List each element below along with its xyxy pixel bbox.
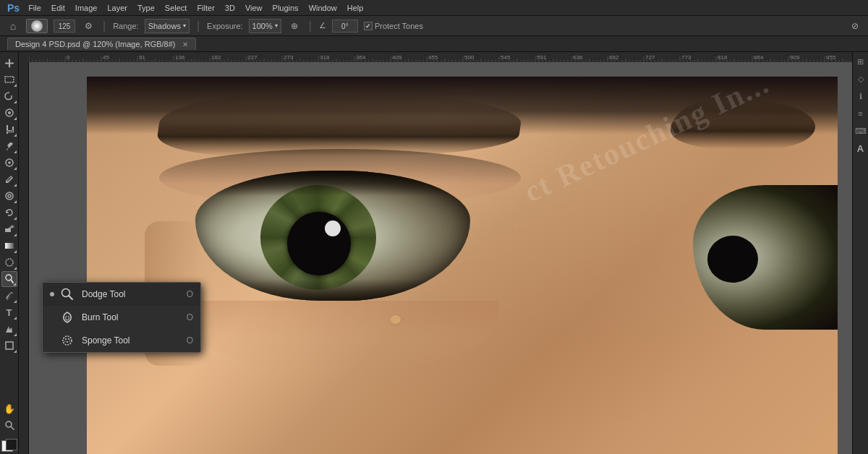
- svg-text:500: 500: [464, 54, 475, 61]
- right-panel-btn-5[interactable]: A: [854, 142, 867, 155]
- burn-tool-icon: [59, 309, 76, 326]
- svg-text:318: 318: [320, 54, 330, 61]
- tool-path-select[interactable]: [1, 321, 17, 337]
- brush-dot: [31, 20, 43, 32]
- svg-text:455: 455: [428, 54, 438, 61]
- menu-edit[interactable]: Edit: [47, 2, 69, 14]
- lower-lashes: [195, 279, 470, 301]
- tool-dodge[interactable]: [1, 271, 17, 287]
- range-dropdown[interactable]: Shadows ▾: [145, 19, 190, 33]
- svg-text:955: 955: [826, 54, 836, 61]
- right-panel-btn-3[interactable]: ≡: [854, 107, 867, 120]
- menu-help[interactable]: Help: [343, 2, 368, 14]
- right-pupil: [707, 236, 758, 283]
- tool-blur[interactable]: [1, 254, 17, 270]
- brush-settings-icon[interactable]: ⚙: [81, 19, 95, 33]
- document-tab-bar: Design 4 PSD.psd @ 120% (Image, RGB/8#) …: [0, 36, 868, 52]
- menu-layer[interactable]: Layer: [103, 2, 132, 14]
- right-panel-btn-2[interactable]: ℹ: [854, 90, 867, 103]
- context-menu-item-sponge[interactable]: Sponge Tool O: [43, 329, 200, 352]
- tool-gradient[interactable]: [1, 238, 17, 254]
- exposure-label: Exposure:: [207, 22, 243, 30]
- tool-crop[interactable]: [1, 121, 17, 137]
- svg-point-266: [63, 336, 72, 345]
- right-panel-btn-0[interactable]: ⊞: [854, 55, 867, 68]
- svg-text:273: 273: [284, 54, 294, 61]
- sponge-tool-label: Sponge Tool: [82, 335, 187, 346]
- foreground-color[interactable]: [6, 439, 17, 450]
- brush-preview[interactable]: [26, 19, 48, 33]
- catchlight: [325, 220, 341, 236]
- smudge-icon[interactable]: ⊘: [848, 19, 862, 33]
- svg-line-265: [69, 296, 72, 299]
- brush-size-input[interactable]: 125: [54, 20, 75, 33]
- tool-shape[interactable]: [1, 338, 17, 354]
- svg-text:227: 227: [247, 54, 258, 61]
- tool-history-brush[interactable]: [1, 205, 17, 220]
- menu-window[interactable]: Window: [305, 2, 341, 14]
- exposure-dropdown[interactable]: 100% ▾: [249, 19, 281, 33]
- photo-canvas[interactable]: ct Retouching In...: [87, 77, 838, 454]
- dodge-tool-shortcut: O: [187, 289, 193, 299]
- left-toolbar: T ✋: [0, 52, 19, 454]
- svg-text:727: 727: [645, 54, 655, 61]
- svg-rect-5: [5, 228, 11, 232]
- sponge-tool-icon: [59, 332, 76, 349]
- menu-plugins[interactable]: Plugins: [268, 2, 303, 14]
- svg-text:0: 0: [67, 54, 70, 61]
- tool-hand[interactable]: ✋: [1, 401, 17, 416]
- angle-input[interactable]: 0°: [332, 20, 358, 33]
- svg-text:545: 545: [501, 54, 511, 61]
- document-close-icon[interactable]: ✕: [182, 40, 188, 48]
- svg-text:909: 909: [790, 54, 800, 61]
- right-panel-btn-1[interactable]: ◇: [854, 72, 867, 85]
- tool-quick-select[interactable]: [1, 105, 17, 121]
- app-icon[interactable]: Ps: [4, 2, 22, 14]
- tool-eraser[interactable]: [1, 221, 17, 237]
- svg-point-4: [8, 194, 11, 197]
- document-tab[interactable]: Design 4 PSD.psd @ 120% (Image, RGB/8#) …: [7, 38, 196, 50]
- menu-file[interactable]: File: [24, 2, 46, 14]
- tool-brush[interactable]: [1, 171, 17, 187]
- menu-view[interactable]: View: [241, 2, 267, 14]
- svg-rect-10: [6, 342, 13, 349]
- options-bar: ⌂ 125 ⚙ | Range: Shadows ▾ | Exposure: 1…: [0, 16, 868, 36]
- options-bar-divider3: |: [309, 20, 312, 33]
- tool-move[interactable]: [1, 55, 17, 71]
- tool-lasso[interactable]: [1, 88, 17, 104]
- tool-context-menu: Dodge Tool O Burn Tool O: [42, 282, 201, 353]
- svg-text:682: 682: [609, 54, 619, 61]
- svg-point-271: [69, 340, 70, 342]
- canvas-background[interactable]: ct Retouching In...: [29, 62, 852, 454]
- horizontal-ruler: /* ticks rendered via JS below */ 045911…: [29, 52, 852, 62]
- protect-tones-checkbox[interactable]: ✓: [364, 22, 373, 30]
- svg-text:818: 818: [718, 54, 728, 61]
- menu-filter[interactable]: Filter: [192, 2, 218, 14]
- tool-spot-heal[interactable]: [1, 155, 17, 171]
- right-panel: ⊞ ◇ ℹ ≡ ⌨ A: [852, 52, 868, 454]
- burn-tool-shortcut: O: [187, 312, 193, 322]
- svg-text:364: 364: [356, 54, 366, 61]
- menu-3d[interactable]: 3D: [221, 2, 239, 14]
- tool-clone-stamp[interactable]: [1, 188, 17, 204]
- dodge-tool-label: Dodge Tool: [82, 289, 187, 299]
- home-icon[interactable]: ⌂: [6, 19, 20, 33]
- airbrush-icon[interactable]: ⊕: [287, 19, 302, 33]
- right-panel-btn-4[interactable]: ⌨: [854, 124, 867, 137]
- context-menu-item-burn[interactable]: Burn Tool O: [43, 306, 200, 329]
- options-bar-divider2: |: [197, 20, 200, 33]
- menu-select[interactable]: Select: [161, 2, 192, 14]
- menu-image[interactable]: Image: [71, 2, 102, 14]
- tool-zoom[interactable]: [1, 417, 17, 433]
- eye-socket: [195, 171, 470, 301]
- context-menu-item-dodge[interactable]: Dodge Tool O: [43, 283, 200, 306]
- protect-tones-group: ✓ Protect Tones: [364, 22, 423, 30]
- svg-text:45: 45: [103, 54, 109, 61]
- vertical-ruler: [19, 62, 29, 454]
- svg-text:136: 136: [175, 54, 185, 61]
- tool-select-rect[interactable]: [1, 72, 17, 87]
- menu-type[interactable]: Type: [133, 2, 159, 14]
- tool-type[interactable]: T: [1, 304, 17, 320]
- tool-eyedropper[interactable]: [1, 138, 17, 154]
- tool-pen[interactable]: [1, 288, 17, 304]
